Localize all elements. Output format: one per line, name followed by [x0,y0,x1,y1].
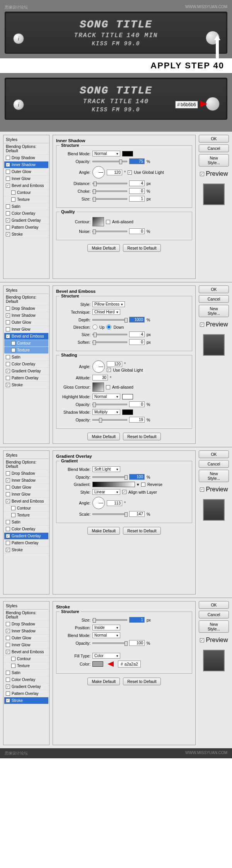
angle-dial[interactable] [92,360,105,373]
cancel-button[interactable]: Cancel [199,144,229,152]
reset-default-button[interactable]: Reset to Default [123,527,160,535]
style-inner-glow[interactable]: Inner Glow [4,326,48,333]
style-stroke[interactable]: ✓Stroke [4,547,48,554]
blend-mode-dropdown[interactable]: Normal [92,632,120,638]
style-drop-shadow[interactable]: Drop Shadow [4,470,48,477]
altitude-input[interactable]: 30 [92,375,108,380]
angle-input[interactable]: 120 [107,170,122,175]
checkbox-icon[interactable] [6,170,10,174]
noise-slider[interactable] [92,231,127,232]
opacity-slider[interactable] [92,642,127,644]
noise-input[interactable]: 0 [129,228,145,234]
checkbox-icon[interactable] [6,204,10,209]
direction-up-radio[interactable] [92,324,97,330]
technique-dropdown[interactable]: Chisel Hard [92,309,120,315]
gloss-contour-picker[interactable] [92,382,104,392]
style-inner-shadow[interactable]: ✓Inner Shadow [4,477,48,484]
highlight-color-swatch[interactable] [122,394,133,399]
checkbox-icon[interactable]: ✓ [6,183,10,188]
color-input[interactable]: # b6b6b6 [175,101,198,109]
shadow-color-swatch[interactable] [122,409,133,415]
checkbox-icon[interactable] [6,211,10,216]
style-bevel[interactable]: ✓Bevel and Emboss [4,649,48,656]
preview-checkbox[interactable]: ✓ [200,638,204,642]
choke-input[interactable]: 0 [129,188,145,194]
highlight-opacity-slider[interactable] [92,404,127,405]
soften-input[interactable]: 0 [129,339,145,345]
style-texture[interactable]: Texture [4,662,48,669]
style-drop-shadow[interactable]: Drop Shadow [4,305,48,312]
shadow-mode-dropdown[interactable]: Multiply [92,409,120,415]
preview-checkbox[interactable]: ✓ [200,172,204,176]
style-color-overlay[interactable]: Color Overlay [4,361,48,368]
style-pattern-overlay[interactable]: Pattern Overlay [4,690,48,697]
reverse-checkbox[interactable] [141,482,145,487]
contour-picker[interactable] [92,217,104,226]
highlight-mode-dropdown[interactable]: Normal [92,394,120,399]
blend-mode-dropdown[interactable]: Soft Light [92,466,120,472]
highlight-opacity-input[interactable]: 0 [129,401,145,407]
style-pattern-overlay[interactable]: Pattern Overlay [4,540,48,547]
checkbox-icon[interactable] [6,156,10,160]
opacity-input[interactable]: 100 [129,640,145,646]
style-color-overlay[interactable]: Color Overlay [4,526,48,533]
style-stroke[interactable]: ✓Stroke [4,697,48,704]
style-contour[interactable]: Contour [4,189,48,196]
style-gradient-overlay[interactable]: ✓Gradient Overlay [4,217,48,224]
checkbox-icon[interactable] [6,177,10,181]
style-gradient-overlay[interactable]: ✓Gradient Overlay [4,683,48,690]
checkbox-icon[interactable]: ✓ [6,232,10,236]
new-style-button[interactable]: New Style... [199,305,229,317]
checkbox-icon[interactable]: ✓ [6,218,10,223]
opacity-input[interactable]: 100 [129,474,145,480]
blend-mode-dropdown[interactable]: Normal [92,151,120,156]
style-bevel[interactable]: ✓Bevel and Emboss [4,333,48,340]
stroke-color-swatch[interactable] [92,661,103,667]
dial-knob-2[interactable] [206,97,220,111]
cancel-button[interactable]: Cancel [199,611,229,618]
new-style-button[interactable]: New Style... [199,154,229,166]
blending-options[interactable]: Blending Options: Default [4,610,48,621]
antialias-checkbox[interactable] [106,385,110,389]
style-stroke[interactable]: ✓Stroke [4,231,48,238]
direction-down-radio[interactable] [106,324,111,330]
scale-input[interactable]: 147 [129,511,145,517]
depth-input[interactable]: 1000 [129,317,145,323]
checkbox-icon[interactable] [6,225,10,229]
size-input[interactable]: 1 [129,617,145,623]
preview-checkbox[interactable]: ✓ [200,323,204,327]
style-stroke[interactable]: ✓Stroke [4,382,48,389]
style-color-overlay[interactable]: Color Overlay [4,676,48,683]
style-contour[interactable]: Contour [4,505,48,512]
new-style-button[interactable]: New Style... [199,470,229,482]
style-inner-shadow[interactable]: ✓Inner Shadow [4,628,48,635]
style-inner-shadow[interactable]: ✓Inner Shadow [4,312,48,319]
preview-checkbox[interactable]: ✓ [200,488,204,492]
opacity-slider[interactable] [92,161,127,162]
style-contour[interactable]: Contour [4,656,48,662]
style-drop-shadow[interactable]: Drop Shadow [4,155,48,161]
color-hex-input[interactable]: #a2a2a2 [118,661,141,668]
cancel-button[interactable]: Cancel [199,460,229,468]
global-light-checkbox[interactable]: ✓ [107,368,111,372]
angle-input[interactable]: 120 [107,361,122,367]
antialias-checkbox[interactable] [106,220,110,224]
ok-button[interactable]: OK [199,450,229,458]
make-default-button[interactable]: Make Default [87,678,120,685]
blending-options[interactable]: Blending Options: Default [4,143,48,155]
checkbox-icon[interactable]: ✓ [6,163,10,167]
color-swatch[interactable] [122,151,133,156]
align-checkbox[interactable]: ✓ [122,490,126,494]
style-outer-glow[interactable]: Outer Glow [4,319,48,326]
make-default-button[interactable]: Make Default [87,527,120,535]
style-inner-glow[interactable]: Inner Glow [4,491,48,498]
style-texture[interactable]: Texture [4,512,48,519]
choke-slider[interactable] [92,190,127,192]
opacity-slider[interactable] [92,476,127,478]
make-default-button[interactable]: Make Default [87,433,120,440]
fill-type-dropdown[interactable]: Color [92,653,120,659]
size-slider[interactable] [92,198,127,200]
style-inner-glow[interactable]: Inner Glow [4,175,48,182]
style-bevel[interactable]: ✓Bevel and Emboss [4,498,48,505]
style-satin[interactable]: Satin [4,354,48,361]
